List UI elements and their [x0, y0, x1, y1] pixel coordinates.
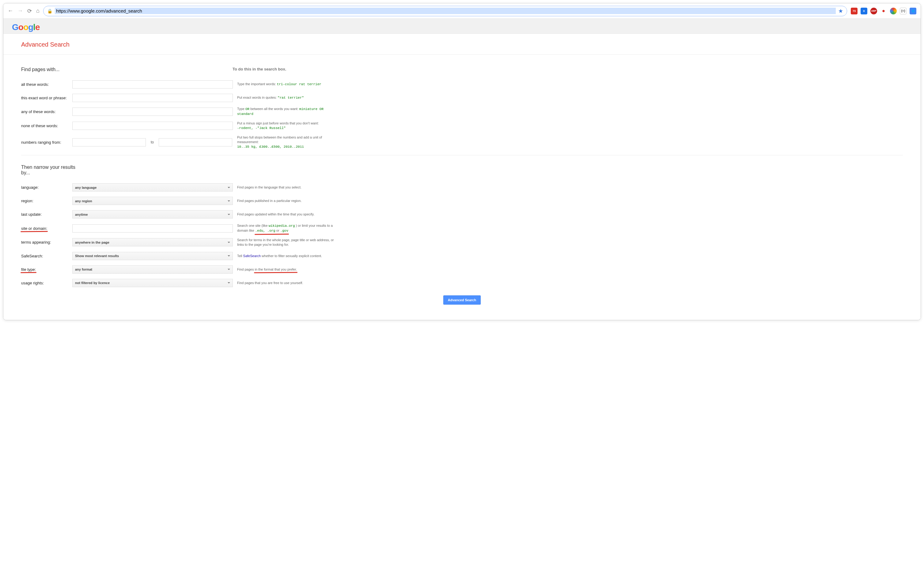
reload-icon[interactable]: ⟳ [27, 8, 32, 15]
label-safesearch: SafeSearch: [21, 254, 72, 258]
extension-icon[interactable]: {=} [900, 8, 906, 15]
input-any-words[interactable] [72, 107, 233, 116]
chevron-down-icon [228, 187, 230, 188]
label-site-domain: site or domain: [21, 226, 72, 231]
hint-none: Put a minus sign just before words that … [237, 121, 341, 131]
hint-file-type: Find pages in the format that you prefer… [237, 267, 341, 272]
section-heading-narrow: Then narrow your results by... [21, 165, 82, 176]
bookmark-star-icon[interactable]: ★ [838, 8, 843, 15]
hint-language: Find pages in the language that you sele… [237, 185, 341, 190]
chevron-down-icon [228, 255, 230, 256]
home-icon[interactable]: ⌂ [36, 8, 40, 14]
lock-icon: 🔒 [47, 8, 53, 13]
url-text: https://www.google.com/advanced_search [55, 8, 836, 14]
label-exact: this exact word or phrase: [21, 96, 72, 100]
label-any: any of these words: [21, 109, 72, 114]
chevron-down-icon [228, 242, 230, 243]
address-bar[interactable]: 🔒 https://www.google.com/advanced_search… [43, 6, 847, 16]
browser-toolbar: ← → ⟳ ⌂ 🔒 https://www.google.com/advance… [3, 3, 921, 19]
chevron-down-icon [228, 214, 230, 215]
input-all-words[interactable] [72, 80, 233, 89]
hint-any: Type OR between all the words you want: … [237, 107, 341, 117]
google-header: Google [3, 19, 921, 34]
hint-exact: Put exact words in quotes: "rat terrier" [237, 95, 341, 100]
hint-all-words: Type the important words: tri-colour rat… [237, 82, 341, 87]
section-heading-find: Find pages with... [21, 67, 233, 72]
label-none: none of these words: [21, 124, 72, 128]
chevron-down-icon [228, 269, 230, 270]
dropdown-usage-rights[interactable]: not filtered by licence [72, 279, 233, 287]
label-all-words: all these words: [21, 82, 72, 87]
dropdown-terms[interactable]: anywhere in the page [72, 238, 233, 246]
hint-terms: Search for terms in the whole page, page… [237, 238, 341, 247]
dropdown-region[interactable]: any region [72, 197, 233, 205]
back-icon[interactable]: ← [8, 8, 13, 14]
extension-icons: 73 0 ABP ⬢ {=} 🌐 [851, 8, 916, 15]
input-exact-phrase[interactable] [72, 94, 233, 102]
forward-icon[interactable]: → [18, 8, 23, 14]
page-title: Advanced Search [3, 34, 921, 54]
translate-icon[interactable]: 🌐 [909, 8, 916, 15]
hint-last-update: Find pages updated within the time that … [237, 212, 341, 217]
google-logo[interactable]: Google [12, 22, 912, 32]
hint-usage-rights: Find pages that you are free to use your… [237, 281, 341, 285]
hint-site-domain: Search one site (like wikipedia.org ) or… [237, 223, 341, 233]
section-heading-hints: To do this in the search box. [233, 67, 286, 72]
label-file-type: file type: [21, 267, 72, 272]
extension-icon[interactable]: 73 [851, 8, 858, 15]
adblock-icon[interactable]: ABP [870, 8, 877, 15]
label-usage-rights: usage rights: [21, 281, 72, 285]
dropdown-file-type[interactable]: any format [72, 266, 233, 274]
dropdown-safesearch[interactable]: Show most relevant results [72, 252, 233, 260]
advanced-search-button[interactable]: Advanced Search [443, 295, 481, 305]
dropdown-language[interactable]: any language [72, 183, 233, 191]
input-none-words[interactable] [72, 122, 233, 130]
label-last-update: last update: [21, 212, 72, 217]
hint-numbers: Put two full stops between the numbers a… [237, 135, 341, 150]
chevron-down-icon [228, 200, 230, 201]
input-site-domain[interactable] [72, 224, 233, 233]
dropdown-last-update[interactable]: anytime [72, 210, 233, 218]
hint-safesearch: Tell SafeSearch whether to filter sexual… [237, 254, 341, 258]
input-number-to[interactable] [159, 138, 232, 147]
extension-icon[interactable]: ⬢ [880, 8, 887, 15]
extension-icon[interactable]: 0 [861, 8, 867, 15]
input-number-from[interactable] [72, 138, 146, 147]
label-to: to [151, 140, 154, 144]
label-language: language: [21, 185, 72, 190]
label-terms: terms appearing: [21, 240, 72, 244]
hint-region: Find pages published in a particular reg… [237, 198, 341, 203]
label-numbers: numbers ranging from: [21, 140, 72, 145]
label-region: region: [21, 198, 72, 203]
extension-icon[interactable] [890, 8, 897, 15]
chevron-down-icon [228, 282, 230, 284]
